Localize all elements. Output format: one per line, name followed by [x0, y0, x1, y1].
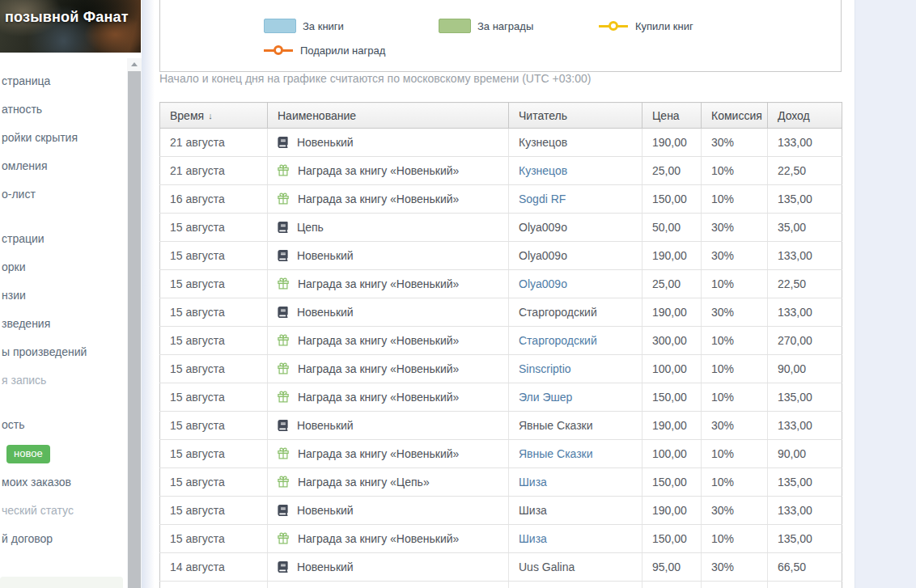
- cell-commission: 30%: [702, 129, 768, 157]
- cell-item: Награда за книгу «Новенький»: [268, 327, 509, 355]
- cell-commission: 10%: [702, 355, 768, 383]
- reader-link[interactable]: Olya009o: [519, 277, 567, 290]
- reader-link[interactable]: Sinscriptio: [519, 362, 571, 375]
- gift-icon: [278, 532, 289, 544]
- sidebar-item[interactable]: страница: [2, 73, 125, 89]
- item-title: Новенький: [297, 561, 354, 573]
- cell-price: 100,00: [642, 440, 702, 468]
- cell-reader: Uus Galina: [509, 553, 642, 582]
- legend-label: Подарили наград: [300, 44, 385, 57]
- item-title: Награда за книгу «Новенький»: [298, 532, 460, 545]
- cell-empty: [268, 582, 509, 588]
- cell-commission: 10%: [702, 525, 768, 553]
- legend-line-marker: [599, 25, 628, 27]
- sidebar-item[interactable]: атность: [2, 101, 125, 117]
- cell-income: 270,00: [768, 327, 842, 355]
- profile-banner[interactable]: позывной Фанат: [0, 0, 141, 53]
- reader-link[interactable]: Эли Эшер: [519, 391, 572, 404]
- table-row: 15 августа Награда за книгу «Новенький»С…: [160, 327, 842, 355]
- sales-table: Время↓НаименованиеЧитательЦенаКомиссияДо…: [159, 102, 842, 588]
- sidebar-item[interactable]: ройки скрытия: [2, 129, 125, 146]
- column-header[interactable]: Время↓: [160, 103, 268, 129]
- column-header[interactable]: Читатель: [509, 103, 642, 129]
- reader-link[interactable]: Шиза: [519, 532, 547, 545]
- cell-commission: 10%: [702, 185, 768, 214]
- cell-price: 100,00: [642, 355, 702, 383]
- legend-label: Купили книг: [635, 20, 693, 32]
- cell-reader: Явные Сказки: [509, 412, 642, 440]
- item-title: Награда за книгу «Новенький»: [298, 334, 460, 347]
- item-title: Награда за книгу «Новенький»: [298, 362, 460, 375]
- legend-swatch: [264, 19, 296, 33]
- sidebar-item[interactable]: омления: [2, 158, 125, 174]
- cell-commission: 10%: [702, 440, 768, 468]
- cell-price: 150,00: [642, 525, 702, 553]
- sidebar-item[interactable]: ы произведений: [2, 344, 125, 360]
- cell-reader: Olya009o: [509, 270, 642, 298]
- sidebar-section: остьновоемоих заказовческий статусй дого…: [2, 417, 125, 547]
- sidebar-menu: страницаатностьройки скрытияомленияо-лис…: [2, 73, 125, 577]
- sidebar-item[interactable]: ческий статус: [2, 502, 125, 518]
- table-row: 21 августа Награда за книгу «Новенький»К…: [160, 157, 842, 185]
- cell-reader: Sinscriptio: [509, 355, 642, 383]
- sidebar-item[interactable]: орки: [2, 259, 125, 275]
- sidebar-item[interactable]: моих заказов: [2, 474, 125, 490]
- sidebar-item[interactable]: о-лист: [2, 186, 125, 202]
- sidebar-item[interactable]: й договор: [2, 531, 125, 547]
- cell-item: Награда за книгу «Новенький»: [268, 355, 509, 383]
- sidebar-item-partial[interactable]: [0, 577, 123, 588]
- cell-item: Награда за книгу «Новенький»: [268, 185, 509, 214]
- cell-price: 150,00: [642, 468, 702, 497]
- reader-link[interactable]: Sogdi RF: [519, 192, 566, 205]
- column-header[interactable]: Доход: [768, 103, 842, 129]
- legend-line-marker: [264, 49, 293, 52]
- gift-icon: [278, 476, 289, 488]
- sidebar-item[interactable]: зведения: [2, 315, 125, 332]
- sidebar-item[interactable]: я запись: [2, 372, 125, 388]
- column-header[interactable]: Комиссия: [702, 103, 768, 129]
- reader-link[interactable]: Старгородский: [519, 334, 597, 347]
- legend-item[interactable]: Купили книг: [599, 18, 693, 34]
- scrollbar-thumb[interactable]: [128, 71, 141, 588]
- cell-income: 90,00: [768, 440, 842, 468]
- cell-date: 21 августа: [160, 129, 268, 157]
- legend-item[interactable]: За награды: [439, 18, 533, 34]
- cell-price: 150,00: [642, 383, 702, 412]
- cell-date: 21 августа: [160, 157, 268, 185]
- reader-link[interactable]: Кузнецов: [519, 164, 567, 177]
- new-badge: новое: [6, 445, 50, 463]
- column-header[interactable]: Наименование: [268, 103, 509, 129]
- item-title: Награда за книгу «Новенький»: [298, 447, 460, 460]
- cell-price: 300,00: [642, 327, 702, 355]
- item-title: Новенький: [297, 249, 354, 262]
- cell-item: Новенький: [268, 497, 509, 525]
- cell-date: 15 августа: [160, 298, 268, 327]
- table-row: 15 августа Награда за книгу «Новенький»S…: [160, 355, 842, 383]
- scrollbar-up-arrow-icon[interactable]: [127, 58, 142, 70]
- item-title: Награда за книгу «Новенький»: [298, 391, 460, 404]
- sidebar-scrollbar[interactable]: [127, 58, 142, 588]
- sidebar-item[interactable]: страции: [2, 231, 125, 247]
- gift-icon: [278, 277, 289, 290]
- cell-date: 15 августа: [160, 327, 268, 355]
- cell-commission: 30%: [702, 298, 768, 327]
- legend-item[interactable]: За книги: [264, 18, 344, 34]
- reader-link[interactable]: Шиза: [519, 476, 547, 489]
- gift-icon: [278, 192, 289, 205]
- table-row: 15 августа Награда за книгу «Цепь»Шиза15…: [160, 468, 842, 497]
- page-background-strip: [855, 0, 916, 588]
- sidebar-item[interactable]: ость: [2, 417, 125, 433]
- legend-item[interactable]: Подарили наград: [264, 42, 385, 58]
- cell-income: 66,50: [768, 553, 842, 582]
- reader-name: Olya009o: [519, 249, 567, 262]
- gift-icon: [278, 334, 289, 346]
- cell-price: 190,00: [642, 497, 702, 525]
- book-icon: [278, 137, 288, 148]
- sidebar-item[interactable]: нзии: [2, 287, 125, 303]
- banner-photo: [0, 0, 141, 53]
- reader-link[interactable]: Явные Сказки: [519, 447, 593, 460]
- cell-commission: 10%: [702, 157, 768, 185]
- column-header[interactable]: Цена: [642, 103, 702, 129]
- table-row: 21 августа НовенькийКузнецов190,0030%133…: [160, 129, 842, 157]
- cell-income: 22,50: [768, 270, 842, 298]
